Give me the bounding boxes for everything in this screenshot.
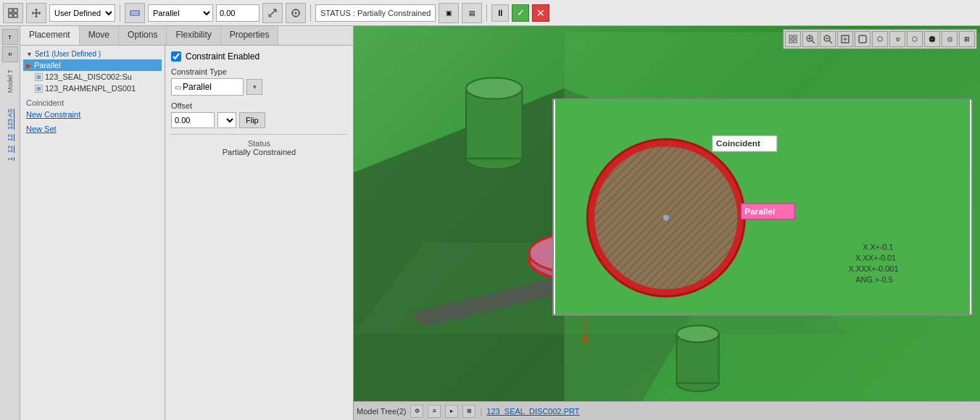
coincident-label: Coincident [23,97,162,109]
svg-rect-39 [789,35,792,38]
vp-zoom-in[interactable] [802,31,818,47]
tab-move[interactable]: Move [80,26,119,45]
left-btn-1[interactable]: T [2,29,18,45]
offset-label: Offset [171,101,347,110]
offset-row: Flip [171,112,347,128]
sub-vp-content: Coincident Parallel X.X+-0.1 X.XX+-0.01 … [554,100,971,314]
assembly-label-side: 123 AS [7,109,14,130]
offset-value-input[interactable] [171,112,215,128]
svg-line-6 [269,9,276,17]
model-tree-settings-btn[interactable]: ⚙ [410,405,423,418]
svg-point-54 [931,38,934,41]
model-tree-expand-btn[interactable]: ≡ [428,405,441,418]
viewport-toolbar: ⬡ ⎊ ⬡ ⚙ ⊞ [783,29,977,49]
vp-pan[interactable] [837,31,853,47]
new-set-link[interactable]: New Set [23,120,162,138]
model-tree-extra-btn[interactable]: ⊞ [462,405,476,418]
tree-parallel[interactable]: ▶ Parallel [23,59,162,71]
panel-content: ▼ Set1 (User Defined ) ▶ Parallel ⊞ 123_… [20,46,353,420]
sub-viewport: ⬡ + - ⊞ ▣ ⬡ ⊟ ⚙ ⊞ ⊡ [552,98,973,316]
tab-placement[interactable]: Placement [20,26,80,45]
sub-icon-2: ⊞ [35,85,43,93]
panel-area: Placement Move Options Flexibility Prope… [20,26,354,420]
svg-rect-41 [789,40,792,43]
status-section: Status Partially Constrained [171,139,347,156]
constraint-type-dropdown-btn[interactable]: ▾ [246,79,262,95]
status-section-value: Partially Constrained [223,148,296,156]
vp-settings2[interactable]: ⚙ [942,31,958,47]
vp-display[interactable]: ⬡ [907,31,923,47]
bottom-bar: Model Tree(2) ⚙ ≡ ▸ ⊞ | 123_SEAL_DISC002… [354,401,980,420]
svg-rect-3 [14,14,17,17]
diagonal-btn[interactable] [262,3,283,23]
model-tree-more-btn[interactable]: ▸ [445,405,458,418]
flip-button[interactable]: Flip [239,112,265,128]
accept-btn[interactable]: ✓ [512,4,529,22]
svg-rect-1 [14,9,17,12]
new-constraint-link[interactable]: New Constraint [23,109,162,120]
model-tree-label-side: Model T [7,70,14,93]
file-link[interactable]: 123_SEAL_DISC002.PRT [486,407,579,416]
tree-sub-item2[interactable]: ⊞ 123_RAHMENPL_DS001 [23,83,162,94]
svg-point-24 [677,325,719,342]
svg-rect-0 [9,9,12,12]
separator-bottom: | [480,407,482,416]
svg-text:X.X+-0.1: X.X+-0.1 [863,243,894,251]
part-label-1-side: 12 [7,134,14,141]
svg-point-60 [663,215,669,221]
tab-properties[interactable]: Properties [221,26,279,45]
status-bar: STATUS : Partially Constrained [315,4,436,22]
tree-set1[interactable]: ▼ Set1 (User Defined ) [23,49,162,59]
tab-options[interactable]: Options [119,26,167,45]
tab-flexibility[interactable]: Flexibility [167,26,220,45]
offset-unit-select[interactable] [217,112,236,128]
sub-vp-scene: Coincident Parallel X.X+-0.1 X.XX+-0.01 … [554,100,971,314]
offset-input[interactable] [216,4,259,22]
view-btn-2[interactable]: ▤ [462,3,482,23]
constraint-type-select[interactable]: ▭ Parallel [171,78,244,96]
snap-btn[interactable] [286,3,306,23]
constraint-enabled-checkbox[interactable] [171,51,181,62]
svg-text:ANG.+-0.5: ANG.+-0.5 [855,275,893,284]
vp-iso[interactable]: ⬡ [872,31,888,47]
separator-2 [310,4,311,22]
left-panel: T ≡ Model T 123 AS 12 12 1 [0,26,20,420]
model-tree-bottom-label: Model Tree(2) [357,407,406,416]
vp-rotate[interactable] [855,31,871,47]
vp-settings3[interactable]: ⊞ [959,31,975,47]
vp-zoom-fit[interactable] [785,31,801,47]
set1-label: Set1 (User Defined ) [35,50,101,58]
vp-zoom-out[interactable] [820,31,836,47]
sub-item1-label: 123_SEAL_DISC002:Su [45,72,132,81]
parallel-select[interactable]: Parallel [148,4,213,22]
left-btn-2[interactable]: ≡ [2,46,18,62]
constraint-icon[interactable] [125,3,145,23]
svg-line-44 [812,41,815,43]
status-section-label: Status [248,139,270,148]
status-divider [171,134,347,135]
move-btn[interactable] [26,3,46,23]
svg-rect-53 [859,35,866,43]
sub-item2-label: 123_RAHMENPL_DS001 [45,84,136,93]
user-defined-select[interactable]: User Defined [49,4,115,22]
svg-text:X.XXX+-0.001: X.XXX+-0.001 [848,264,898,273]
part-label-2-side: 12 [7,146,14,153]
viewport: Coincident Parallel ⬡ ⎊ [354,26,980,420]
grid-btn[interactable] [3,3,23,23]
constraint-type-value: Parallel [183,82,212,92]
pause-btn[interactable]: ⏸ [491,4,509,22]
sub-icon-1: ⊞ [35,73,43,81]
constraint-enabled-label: Constraint Enabled [186,51,259,62]
svg-point-10 [295,12,297,14]
vp-section[interactable]: ⎊ [889,31,905,47]
vp-settings1[interactable] [924,31,940,47]
separator-1 [120,4,120,22]
svg-rect-40 [794,35,797,38]
svg-text:Parallel: Parallel [744,206,775,217]
status-text: STATUS : Partially Constrained [320,9,431,17]
main-area: T ≡ Model T 123 AS 12 12 1 Placement Mov… [0,26,980,420]
cancel-btn[interactable]: ✕ [532,4,549,22]
view-btn-1[interactable]: ▣ [439,3,459,23]
tree-sub-item1[interactable]: ⊞ 123_SEAL_DISC002:Su [23,71,162,83]
part-label-3-side: 1 [7,157,14,161]
